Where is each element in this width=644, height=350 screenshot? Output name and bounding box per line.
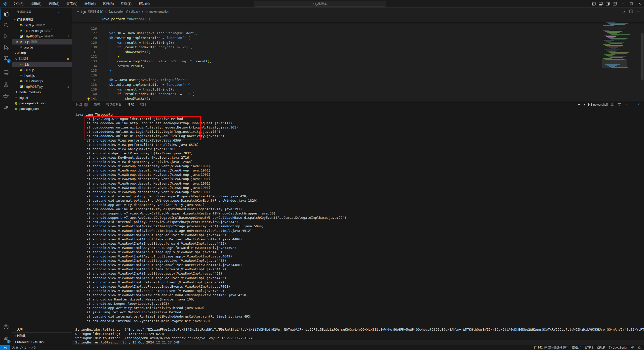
code-line[interactable]: 136 — [72, 73, 644, 78]
open-editors-header[interactable]: 打开的编辑器 — [12, 16, 72, 22]
activity-source-control-icon[interactable] — [0, 31, 12, 42]
minimize-button[interactable]: ─ — [618, 0, 627, 7]
activity-run-debug-icon[interactable] — [0, 42, 12, 53]
panel-tab-端口[interactable]: 端口 — [140, 101, 146, 108]
tree-item-DES.js[interactable]: JSDES.js — [12, 67, 72, 73]
panel-tab-调试控制台[interactable]: 调试控制台 — [106, 101, 122, 108]
menu-运行(R)[interactable]: 运行(R) — [99, 1, 117, 7]
close-icon[interactable]: × — [15, 40, 19, 44]
tree-item-嘟嘟牛[interactable]: 嘟嘟牛 — [12, 56, 72, 62]
activity-remote-explorer-icon[interactable] — [0, 67, 12, 78]
activity-explorer-icon[interactable] — [0, 9, 12, 20]
tree-item-hook.js[interactable]: JShook.js — [12, 73, 72, 78]
activity-extensions-icon[interactable]: 2 — [0, 53, 12, 64]
editor-scrollbar[interactable] — [641, 33, 643, 80]
panel-tab-终端[interactable]: 终端 — [128, 101, 134, 108]
menu-帮助(H)[interactable]: 帮助(H) — [135, 1, 153, 7]
menu-查看(V)[interactable]: 查看(V) — [63, 1, 81, 7]
workspace-header[interactable]: JS脚本 — [12, 50, 72, 56]
code-line[interactable]: 134 return result; — [72, 64, 644, 68]
open-editor-item[interactable]: ≡log.txt — [12, 45, 72, 50]
maximize-button[interactable] — [627, 0, 635, 7]
code-line[interactable]: 131 showStacks(); — [72, 50, 644, 54]
tree-item-package-lock.json[interactable]: {}package-lock.json — [12, 100, 72, 106]
code-line[interactable]: 128 sb.toString.implementation = functio… — [72, 35, 644, 40]
run-file-icon[interactable]: ▷ — [623, 10, 625, 14]
menu-选择(S)[interactable]: 选择(S) — [45, 1, 63, 7]
activity-testing-icon[interactable] — [0, 79, 12, 90]
open-editor-item[interactable]: httpPOST.py嘟嘟牛1 — [12, 33, 72, 39]
cursor-position[interactable]: 行 141, 列 26 (已选择104) — [532, 345, 570, 350]
menu-文件(F)[interactable]: 文件(F) — [9, 1, 27, 7]
split-editor-icon[interactable] — [629, 10, 633, 14]
code-line[interactable]: 129 var result = this.toString(); — [72, 40, 644, 45]
code-line[interactable]: 127 var sb = Java.use("java.lang.StringB… — [72, 31, 644, 36]
code-line[interactable]: 132 } — [72, 54, 644, 59]
tree-item-node_modules[interactable]: node_modules — [12, 89, 72, 95]
panel-more-actions-icon[interactable]: ⋯ — [625, 103, 628, 107]
ports-status[interactable]: 0 — [28, 345, 37, 350]
tree-item-HTTPPost.js[interactable]: JSHTTPPost.js — [12, 78, 72, 84]
code-line[interactable]: 139 var result = this.toString(); — [72, 87, 644, 92]
activity-docker-icon[interactable] — [0, 91, 12, 102]
tree-item-package.json[interactable]: {}package.json — [12, 106, 72, 111]
cs-script-status-icon[interactable] — [629, 345, 636, 350]
editor-more-actions-icon[interactable]: ⋯ — [637, 10, 640, 14]
code-line[interactable]: 133 console.log("StringBuilder.toString:… — [72, 59, 644, 64]
breadcrumb-symbol[interactable]: implementation — [149, 10, 169, 13]
remote-indicator[interactable]: >< — [0, 345, 10, 350]
sticky-scroll-line[interactable]: 1 Java.perform(function() { — [72, 16, 644, 22]
kill-terminal-icon[interactable] — [618, 103, 621, 107]
activity-settings-icon[interactable]: 1 — [0, 333, 12, 344]
code-editor[interactable]: 126127 var sb = Java.use("java.lang.Stri… — [72, 26, 644, 101]
problems-status[interactable]: 0 1 — [10, 345, 28, 350]
terminal-dropdown-icon[interactable]: ▾ — [584, 103, 585, 106]
toggle-secondary-sidebar-icon[interactable] — [604, 0, 611, 7]
menu-编辑(E)[interactable]: 编辑(E) — [27, 1, 45, 7]
minimap[interactable] — [603, 16, 626, 97]
split-terminal-icon[interactable] — [611, 103, 614, 107]
panel-tab-输出[interactable]: 输出 — [94, 101, 100, 108]
code-line[interactable]: 135 } — [72, 68, 644, 73]
open-editor-item[interactable]: JSDES.js嘟嘟牛 — [12, 22, 72, 28]
activity-cs-script-icon[interactable] — [0, 103, 12, 114]
tree-item-httpPOST.py[interactable]: httpPOST.py1 — [12, 84, 72, 89]
code-line[interactable]: 130 if (result.indexOf("Encrypt") != -1)… — [72, 45, 644, 50]
toggle-panel-icon[interactable] — [597, 0, 604, 7]
explorer-more-actions-icon[interactable]: ⋯ — [58, 10, 62, 14]
panel-tab-问题[interactable]: 问题1 — [76, 101, 88, 108]
open-editor-item[interactable]: ×JS1.js嘟嘟牛 — [12, 39, 72, 45]
activity-accounts-icon[interactable] — [0, 321, 12, 332]
breadcrumb-symbol[interactable]: Java.perform() callback — [109, 10, 140, 13]
open-editor-item[interactable]: JSHTTPPost.js嘟嘟牛 — [12, 28, 72, 33]
command-center-search[interactable]: JS脚本 — [254, 1, 386, 7]
language-mode[interactable]: {} JavaScript — [607, 345, 629, 350]
terminal-shell-chip[interactable]: >_ powershell — [588, 103, 608, 106]
minimap-slider[interactable] — [602, 59, 627, 68]
indentation[interactable]: 空格: 4 — [570, 345, 583, 350]
customize-layout-icon[interactable] — [611, 0, 618, 7]
section-时间线[interactable]: 时间线 — [12, 332, 72, 339]
close-panel-icon[interactable]: × — [638, 102, 640, 107]
eol-sequence[interactable]: CRLF — [595, 345, 607, 350]
encoding[interactable]: UTF-8 — [583, 345, 595, 350]
code-line[interactable]: 126 — [72, 26, 644, 31]
breadcrumb-file[interactable]: 1.js — [81, 10, 86, 14]
code-line[interactable]: 138 sb.toString.implementation = functio… — [72, 82, 644, 87]
tree-item-1.js[interactable]: JS1.js — [12, 62, 72, 67]
code-line[interactable]: 137 sb = Java.use("java.lang.StringBuffe… — [72, 78, 644, 82]
close-window-button[interactable]: × — [635, 0, 644, 7]
notifications-bell-icon[interactable] — [636, 345, 644, 350]
section-CS-SCRIPT - ACTIVE[interactable]: CS-SCRIPT - ACTIVE — [12, 339, 72, 345]
activity-search-icon[interactable] — [0, 20, 12, 31]
maximize-panel-icon[interactable]: ⌃ — [632, 103, 634, 106]
section-大纲[interactable]: 大纲 — [12, 326, 72, 332]
toggle-sidebar-icon[interactable] — [590, 0, 597, 7]
code-line[interactable]: 141 showStacks(); — [72, 96, 644, 101]
terminal-output[interactable]: java.lang.Throwableat java.lang.StringBu… — [72, 108, 644, 340]
new-terminal-icon[interactable]: + — [578, 102, 580, 107]
code-line[interactable]: 140 if (result.indexOf("username") != -1… — [72, 92, 644, 96]
menu-转到(G)[interactable]: 转到(G) — [81, 1, 99, 7]
menu-终端(T)[interactable]: 终端(T) — [117, 1, 135, 7]
breadcrumb-path[interactable]: 嘟嘟牛\1.js\ — [88, 10, 103, 14]
